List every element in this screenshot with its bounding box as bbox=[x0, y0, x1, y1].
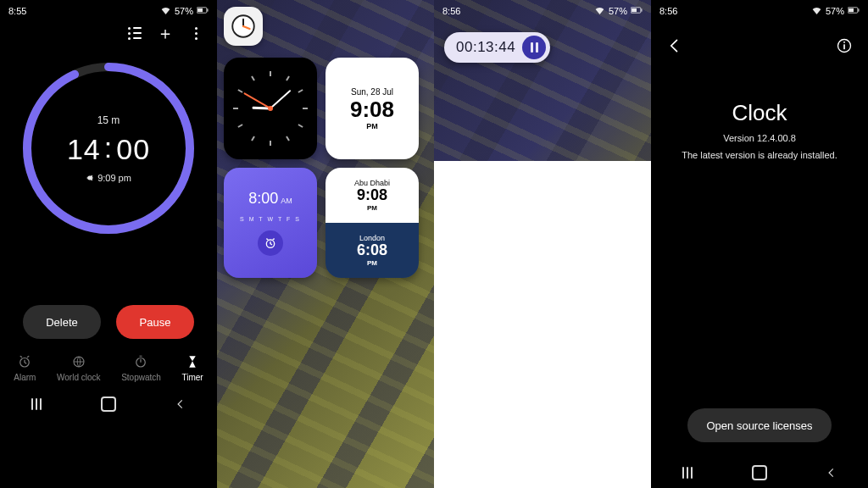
back-icon bbox=[666, 37, 683, 54]
stopwatch-icon bbox=[133, 354, 148, 369]
svg-rect-18 bbox=[843, 42, 845, 43]
svg-rect-17 bbox=[843, 44, 845, 49]
nav-back[interactable] bbox=[173, 396, 188, 412]
alarm-icon-button[interactable] bbox=[258, 230, 283, 256]
tab-stopwatch[interactable]: Stopwatch bbox=[121, 354, 161, 382]
timer-controls: Delete Pause bbox=[0, 305, 217, 339]
system-nav-bar bbox=[0, 389, 217, 419]
timer-duration-label: 15 m bbox=[97, 114, 120, 126]
world-time-1: 9:08 bbox=[357, 187, 387, 204]
hourglass-icon bbox=[185, 354, 200, 369]
widget-digital-clock[interactable]: Sun, 28 Jul 9:08 PM bbox=[326, 58, 419, 159]
about-version: Version 12.4.00.8 bbox=[723, 133, 796, 143]
battery-icon bbox=[631, 6, 643, 16]
wifi-icon bbox=[811, 6, 822, 16]
stopwatch-pause-button[interactable] bbox=[522, 36, 546, 59]
nav-back[interactable] bbox=[824, 465, 839, 480]
nav-recents[interactable] bbox=[29, 396, 44, 412]
screenshot-stopwatch-widget: 8:56 57% 00:13:44 bbox=[434, 0, 651, 488]
svg-rect-2 bbox=[207, 8, 208, 11]
status-time: 8:56 bbox=[442, 6, 460, 16]
stopwatch-elapsed: 00:13:44 bbox=[456, 39, 515, 56]
screenshot-timer: 8:55 57% ＋ 15 m bbox=[0, 0, 217, 488]
digital-ampm: PM bbox=[366, 122, 378, 130]
world-ampm-2: PM bbox=[367, 259, 377, 267]
timer-finish-time: 9:09 pm bbox=[86, 173, 131, 183]
wifi-icon bbox=[160, 6, 171, 16]
delete-button[interactable]: Delete bbox=[23, 305, 101, 339]
battery-percent: 57% bbox=[175, 6, 193, 16]
minute-hand bbox=[270, 90, 291, 109]
about-title: Clock bbox=[732, 100, 787, 126]
battery-percent: 57% bbox=[826, 6, 844, 16]
battery-icon bbox=[848, 6, 860, 16]
world-ampm-1: PM bbox=[367, 204, 377, 212]
battery-icon bbox=[197, 6, 209, 16]
info-button[interactable] bbox=[836, 37, 853, 58]
battery-percent: 57% bbox=[609, 6, 627, 16]
screenshot-widgets: Sun, 28 Jul 9:08 PM 8:00AM S M T W T F S… bbox=[217, 0, 434, 488]
nav-home[interactable] bbox=[101, 396, 116, 412]
analog-clock-face bbox=[233, 71, 308, 146]
svg-rect-11 bbox=[632, 8, 637, 12]
screenshot-about: 8:56 57% Clock Version 12.4.00.8 The lat… bbox=[651, 0, 868, 488]
bottom-tabs: Alarm World clock Stopwatch Timer bbox=[0, 339, 217, 389]
status-bar: 8:56 57% bbox=[434, 0, 651, 20]
info-icon bbox=[836, 37, 853, 54]
more-button[interactable] bbox=[188, 25, 203, 41]
status-bar: 8:56 57% bbox=[651, 0, 868, 20]
timer-remaining: 14:00 bbox=[67, 133, 150, 166]
svg-rect-12 bbox=[641, 8, 642, 11]
clock-app-icon[interactable] bbox=[224, 7, 263, 46]
wifi-icon bbox=[594, 6, 605, 16]
tab-world-clock[interactable]: World clock bbox=[57, 354, 101, 382]
timer-top-actions: ＋ bbox=[0, 20, 217, 41]
alarm-time: 8:00AM bbox=[248, 190, 292, 208]
tab-timer[interactable]: Timer bbox=[181, 354, 203, 382]
back-button[interactable] bbox=[666, 37, 683, 58]
alarm-icon bbox=[264, 236, 277, 250]
nav-home[interactable] bbox=[752, 465, 767, 480]
list-icon bbox=[128, 27, 142, 40]
widget-alarm[interactable]: 8:00AM S M T W T F S bbox=[224, 168, 317, 278]
globe-icon bbox=[71, 354, 86, 369]
bell-icon bbox=[86, 174, 94, 182]
status-time: 8:55 bbox=[8, 6, 26, 16]
widget-world-clock[interactable]: Abu Dhabi 9:08 PM London 6:08 PM bbox=[326, 168, 419, 278]
world-time-2: 6:08 bbox=[357, 242, 387, 259]
status-time: 8:56 bbox=[659, 6, 677, 16]
alarm-days: S M T W T F S bbox=[240, 216, 301, 222]
alarm-icon bbox=[17, 354, 32, 369]
svg-rect-1 bbox=[198, 8, 203, 12]
digital-time: 9:08 bbox=[350, 98, 394, 120]
widget-analog-clock[interactable] bbox=[224, 58, 317, 159]
timer-list-button[interactable] bbox=[127, 25, 142, 41]
open-source-licenses-button[interactable]: Open source licenses bbox=[687, 408, 831, 442]
add-timer-button[interactable]: ＋ bbox=[158, 25, 173, 41]
stopwatch-widget[interactable]: 00:13:44 bbox=[444, 32, 550, 63]
tab-alarm[interactable]: Alarm bbox=[14, 354, 36, 382]
status-bar: 8:55 57% bbox=[0, 0, 217, 20]
nav-recents[interactable] bbox=[680, 465, 695, 480]
timer-progress-ring[interactable]: 15 m 14:00 9:09 pm bbox=[19, 59, 198, 237]
more-icon bbox=[195, 25, 198, 41]
svg-rect-15 bbox=[858, 8, 859, 11]
system-nav-bar bbox=[651, 458, 868, 488]
pause-button[interactable]: Pause bbox=[116, 305, 194, 339]
digital-date: Sun, 28 Jul bbox=[351, 87, 393, 97]
svg-rect-14 bbox=[849, 8, 854, 12]
about-status: The latest version is already installed. bbox=[682, 150, 837, 160]
